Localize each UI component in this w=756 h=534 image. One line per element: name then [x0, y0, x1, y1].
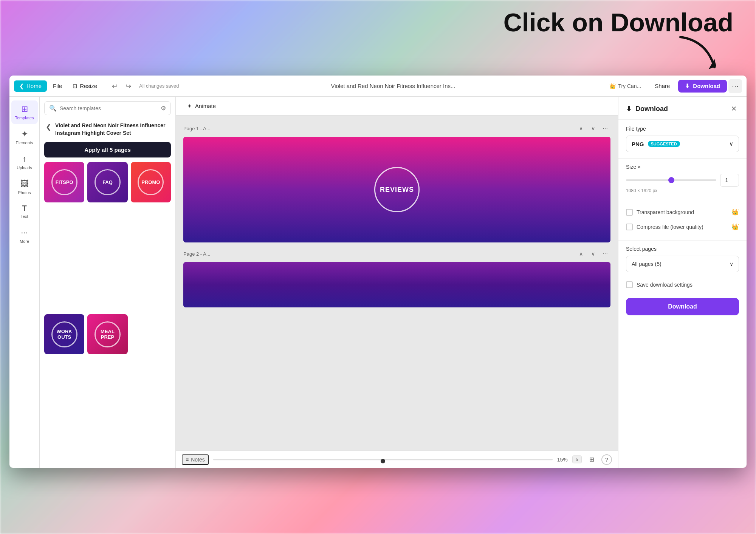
text-label: Text — [20, 214, 28, 219]
page-2-controls: ∧ ∨ ⋯ — [576, 248, 610, 259]
faq-circle: FAQ — [94, 169, 121, 195]
sidebar-icons: ⊞ Templates ✦ Elements ↑ Uploads 🖼 Photo… — [9, 97, 40, 468]
template-thumb-faq[interactable]: FAQ — [87, 162, 127, 202]
try-canva-button[interactable]: 👑 Try Can... — [604, 81, 646, 91]
page-2-container: Page 2 - A... ∧ ∨ ⋯ — [183, 248, 610, 307]
search-input[interactable] — [60, 105, 158, 111]
options-section: Transparent background 👑 Compress file (… — [618, 199, 747, 241]
main-area: ⊞ Templates ✦ Elements ↑ Uploads 🖼 Photo… — [9, 97, 747, 468]
page-1-more-button[interactable]: ⋯ — [600, 123, 610, 134]
notes-label: Notes — [191, 457, 205, 463]
workouts-label: WORK OUTS — [53, 329, 76, 340]
download-panel-title: ⬇ Download — [626, 105, 668, 113]
fullscreen-button[interactable]: ⊞ — [586, 454, 597, 465]
search-area: 🔍 ⚙ — [40, 97, 175, 118]
page-1-canvas[interactable]: REVIEWS — [183, 137, 610, 242]
page-1-container: Page 1 - A... ∧ ∨ ⋯ REVIEWS — [183, 123, 610, 242]
page-number-badge: 5 — [572, 455, 582, 463]
page-2-more-button[interactable]: ⋯ — [600, 248, 610, 259]
transparent-bg-label: Transparent background — [637, 209, 694, 215]
help-button[interactable]: ? — [601, 454, 612, 465]
sidebar-item-uploads[interactable]: ↑ Uploads — [11, 150, 38, 174]
more-options-button[interactable]: ⋯ — [728, 79, 742, 93]
size-slider[interactable] — [626, 179, 716, 181]
template-thumb-workouts[interactable]: WORK OUTS — [44, 314, 84, 354]
uploads-label: Uploads — [17, 165, 32, 170]
sidebar-item-templates[interactable]: ⊞ Templates — [11, 100, 38, 124]
share-label: Share — [655, 83, 670, 89]
back-button[interactable]: ❮ — [46, 123, 51, 131]
progress-dot — [381, 459, 385, 463]
home-chevron-icon: ❮ — [19, 83, 24, 90]
download-main-button[interactable]: Download — [626, 298, 739, 315]
download-top-button[interactable]: ⬇ Download — [678, 80, 727, 93]
file-button[interactable]: File — [48, 80, 67, 91]
compress-file-checkbox[interactable] — [626, 224, 633, 230]
png-label: PNG — [632, 141, 644, 147]
apply-all-button[interactable]: Apply all 5 pages — [44, 142, 171, 157]
sidebar-item-more[interactable]: ··· More — [11, 224, 38, 247]
page-1-header: Page 1 - A... ∧ ∨ ⋯ — [183, 123, 610, 134]
resize-button[interactable]: ⊡ Resize — [68, 80, 102, 92]
reviews-circle: REVIEWS — [374, 167, 420, 212]
canvas-scroll[interactable]: Page 1 - A... ∧ ∨ ⋯ REVIEWS — [176, 116, 618, 451]
page-1-label: Page 1 - A... — [183, 126, 211, 131]
try-canva-label: Try Can... — [618, 83, 641, 89]
page-2-up-button[interactable]: ∧ — [576, 248, 586, 259]
page-2-canvas[interactable] — [183, 262, 610, 307]
promo-label: PROMO — [141, 179, 160, 185]
app-window: ❮ Home File ⊡ Resize ↩ ↪ All changes sav… — [9, 76, 747, 468]
faq-label: FAQ — [102, 179, 113, 185]
save-settings-row: Save download settings — [618, 278, 747, 292]
more-dots-icon: ⋯ — [732, 82, 739, 90]
size-input[interactable] — [720, 174, 739, 187]
transparent-bg-checkbox[interactable] — [626, 209, 633, 216]
progress-bar — [213, 459, 553, 460]
photos-label: Photos — [18, 190, 31, 195]
uploads-icon: ↑ — [22, 154, 26, 164]
page-1-up-button[interactable]: ∧ — [576, 123, 586, 134]
zoom-level: 15% — [557, 457, 568, 463]
page-2-down-button[interactable]: ∨ — [588, 248, 598, 259]
undo-redo-group: ↩ ↪ — [108, 80, 135, 93]
download-icon: ⬇ — [685, 83, 690, 90]
sidebar-item-text[interactable]: T Text — [11, 200, 38, 222]
crown-icon: 👑 — [609, 83, 616, 89]
select-pages-section: Select pages All pages (5) ∨ — [618, 241, 747, 278]
home-button[interactable]: ❮ Home — [14, 80, 47, 92]
share-button[interactable]: Share — [648, 80, 677, 91]
template-info: ❮ Violet and Red Neon Noir Fitness Influ… — [40, 118, 175, 140]
filter-icon[interactable]: ⚙ — [161, 105, 166, 112]
pages-select[interactable]: All pages (5) ∨ — [626, 256, 739, 272]
download-panel-icon: ⬇ — [626, 105, 632, 113]
pages-select-chevron: ∨ — [730, 261, 733, 267]
template-thumb-fitspo[interactable]: FITSPO — [44, 162, 84, 202]
search-box: 🔍 ⚙ — [44, 101, 171, 115]
save-settings-label: Save download settings — [637, 282, 692, 288]
template-thumb-promo[interactable]: PROMO — [131, 162, 171, 202]
template-thumb-mealprep[interactable]: MEAL PREP — [87, 314, 127, 354]
size-dimensions: 1080 × 1920 px — [626, 188, 739, 193]
close-panel-button[interactable]: ✕ — [728, 103, 739, 114]
save-settings-checkbox[interactable] — [626, 281, 633, 288]
size-label: Size × — [626, 164, 739, 170]
undo-button[interactable]: ↩ — [108, 80, 121, 93]
sidebar-item-photos[interactable]: 🖼 Photos — [11, 175, 38, 199]
pages-select-value: All pages (5) — [632, 261, 662, 267]
file-type-label: File type — [626, 126, 739, 132]
redo-button[interactable]: ↪ — [122, 80, 135, 93]
more-label: More — [20, 239, 29, 244]
select-pages-label: Select pages — [626, 246, 739, 252]
animate-icon: ✦ — [187, 103, 192, 110]
animate-label: Animate — [195, 103, 216, 109]
notes-button[interactable]: ≡ Notes — [182, 454, 209, 465]
template-title: Violet and Red Neon Noir Fitness Influen… — [55, 122, 169, 137]
templates-panel: 🔍 ⚙ ❮ Violet and Red Neon Noir Fitness I… — [40, 97, 176, 468]
download-top-label: Download — [693, 83, 720, 89]
sidebar-item-elements[interactable]: ✦ Elements — [11, 125, 38, 149]
page-1-down-button[interactable]: ∨ — [588, 123, 598, 134]
animate-button[interactable]: ✦ Animate — [182, 100, 221, 112]
size-slider-thumb[interactable] — [668, 177, 674, 183]
apply-all-label: Apply all 5 pages — [84, 147, 131, 153]
file-type-select[interactable]: PNG SUGGESTED ∨ — [626, 136, 739, 152]
